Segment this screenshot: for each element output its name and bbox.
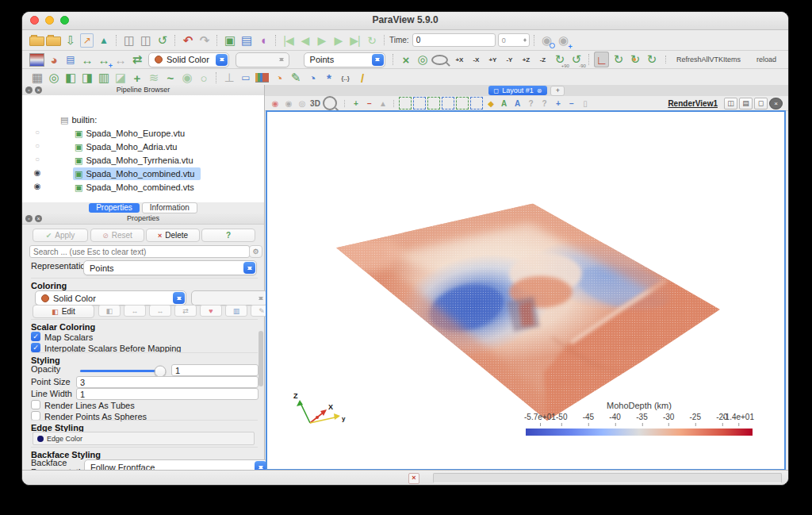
zoom-to-data-icon[interactable]: ◎ [415,52,430,67]
plot-over-line-icon[interactable]: ✎ [288,70,303,86]
extract-subset-icon[interactable]: ◪ [113,70,128,86]
slice-icon[interactable]: ◨ [79,70,94,86]
open-file-icon[interactable] [29,33,44,48]
abort-progress-button[interactable]: × [408,473,419,484]
line-width-input[interactable] [76,388,259,400]
minimize-window-button[interactable] [45,16,54,25]
close-layout-tab-icon[interactable]: ⊗ [537,87,542,94]
color-palette-icon[interactable]: ◖ [255,33,270,48]
load-color-palette-icon[interactable]: ▤ [239,33,254,48]
rescale-visible-range-icon[interactable]: ⇄ [129,52,144,67]
loop-icon[interactable]: ↻ [364,33,379,48]
representation-select[interactable]: Points [83,260,257,275]
reset-button[interactable]: ⊘ Reset [90,229,144,242]
interactive-select-points-icon[interactable]: A [511,98,523,110]
help-button[interactable]: ? [201,229,255,242]
hover-cells-icon[interactable]: ? [525,98,537,110]
component-dropdown[interactable] [236,52,289,67]
show-orientation-axes-icon[interactable]: ∟ [594,52,609,67]
visibility-toggle[interactable]: ○ [32,141,43,150]
plot-over-time-icon[interactable]: ◔ [271,70,286,86]
color-array-dropdown[interactable]: Solid Color [148,52,229,67]
interpolate-scalars-checkbox[interactable]: ✓ [31,343,40,352]
close-panel-icon[interactable]: × [35,86,42,94]
maximize-view-icon[interactable]: ◻ [754,98,768,110]
choose-preset-icon[interactable]: ♥ [200,305,222,317]
zoom-window-button[interactable] [60,16,69,25]
hide-center-icon[interactable]: − [363,98,375,110]
next-frame-icon[interactable]: ▶ [331,33,346,48]
add-selection-icon[interactable]: + [552,98,564,110]
glyph-icon[interactable]: + [129,70,144,86]
rescale-visible-icon[interactable]: ⇄ [174,305,197,317]
auto-apply-icon[interactable]: ▣ [222,33,237,48]
view-minus-x-icon[interactable]: -X [469,52,484,67]
rescale-data-range-icon[interactable]: ↔ [79,52,94,67]
threshold-icon[interactable]: ▥ [96,70,111,86]
clip-icon[interactable]: ◧ [63,70,78,86]
search-options-button[interactable]: ⚙ [249,245,262,258]
stream-tracer-icon[interactable]: ≋ [146,70,161,86]
warp-icon[interactable]: ~ [163,70,178,86]
plot-selection-over-time-icon[interactable]: ◔ [304,70,320,86]
capture-view-icon[interactable]: ◎ [296,98,308,110]
opacity-input[interactable] [171,364,259,376]
zoom-box-view-icon[interactable] [323,98,339,110]
reset-session-icon[interactable]: ↺ [155,33,170,48]
pipeline-item[interactable]: ◉ ▣ Spada_Moho_combined.vts [22,181,264,194]
show-center-icon[interactable]: + [350,98,362,110]
hover-points-icon[interactable]: ? [538,98,550,110]
last-frame-icon[interactable]: ▶| [347,33,362,48]
use-separate-color-map-icon[interactable]: ▤ [63,52,78,67]
opacity-slider-knob[interactable] [154,365,166,377]
visibility-toggle[interactable]: ◉ [32,182,43,190]
rescale-custom-icon[interactable]: ↔ [149,305,171,317]
color-legend[interactable]: MohoDepth (km) -5.7e+01-50-45-40-35-30-2… [524,401,754,439]
close-panel-icon[interactable]: × [35,215,42,222]
edge-color-button[interactable]: Edge Color [33,432,255,445]
opacity-slider[interactable] [80,370,165,372]
temporal-interpolator-icon[interactable]: * [321,70,336,86]
contour-icon[interactable]: ◎ [46,70,61,86]
tab-information[interactable]: Information [142,202,197,213]
camera-zoom-icon[interactable]: ◉ [539,33,554,48]
tab-properties[interactable]: Properties [89,203,140,213]
probe-location-icon[interactable]: ⊥ [221,70,236,86]
rotate-90-cw-icon[interactable]: ↻+90 [552,52,567,67]
view-minus-z-icon[interactable]: -Z [535,52,550,67]
representation-dropdown[interactable]: Points [304,52,385,67]
first-frame-icon[interactable]: |◀ [281,33,296,48]
float-panel-icon[interactable]: ▫ [25,215,33,222]
connect-server-icon[interactable]: ◫ [121,33,136,48]
render-lines-as-tubes-checkbox[interactable] [31,400,40,409]
extract-selection-icon[interactable]: ▭ [238,70,253,86]
camera-add-icon[interactable]: ◉ [556,33,571,48]
apply-button[interactable]: ✔ Apply [33,229,88,242]
undo-icon[interactable]: ↶ [180,33,195,48]
save-animation-icon[interactable]: ▲ [96,33,111,48]
pipeline-item[interactable]: ○ ▣ Spada_Moho_Adria.vtu [22,140,264,154]
select-surface-cells-icon[interactable] [399,98,412,110]
view-minus-y-icon[interactable]: -Y [502,52,517,67]
select-polygon-points-icon[interactable] [470,98,483,110]
coloring-component-select[interactable] [191,290,268,306]
render-view-title[interactable]: RenderView1 [668,99,718,108]
histogram-icon[interactable] [255,70,270,86]
save-screenshot-icon[interactable]: ↗ [79,33,94,48]
save-data-icon[interactable] [46,33,61,48]
select-frustum-cells-icon[interactable] [427,98,440,110]
save-state-icon[interactable]: ⇩ [63,33,78,48]
play-icon[interactable]: ▶ [314,33,329,48]
view-plus-x-icon[interactable]: +X [452,52,467,67]
visibility-toggle[interactable]: ◉ [32,168,43,177]
programmable-filter-icon[interactable]: {..} [338,70,353,86]
undo-camera-icon[interactable]: ◉ [282,98,294,110]
pipeline-item[interactable]: ○ ▣ Spada_Moho_Europe.vtu [22,127,264,140]
rescale-temporal-range-icon[interactable]: ↔ [113,52,128,67]
view-plus-z-icon[interactable]: +Z [519,52,534,67]
extract-block-icon[interactable]: ○ [196,70,211,86]
redo-icon[interactable]: ↷ [197,33,212,48]
toggle-color-legend-icon[interactable] [29,52,44,67]
rescale-range-icon[interactable]: ↔ [124,305,146,317]
coloring-array-select[interactable]: Solid Color [35,290,186,306]
